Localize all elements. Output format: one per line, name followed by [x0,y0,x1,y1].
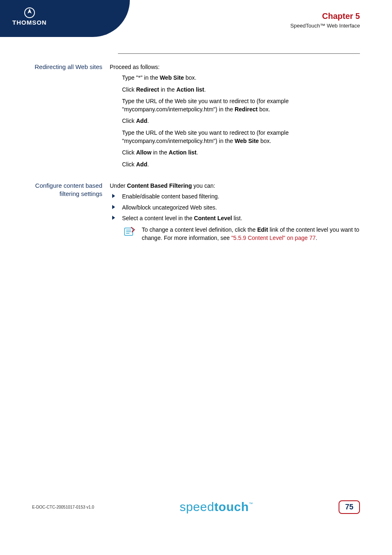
content-level-link[interactable]: "5.5.9 Content Level" on page 77 [231,235,316,241]
bullet-2: Allow/block uncategorized Web sites. [110,203,360,212]
intro-text: Proceed as follows: [110,63,360,71]
cbf-bullets: Enable/disable content based filtering. … [110,192,360,222]
redirect-steps: Type "*" in the Web Site box. Click Redi… [110,74,360,168]
page-content: Redirecting all Web sites Proceed as fol… [0,53,392,252]
side-label-redirecting: Redirecting all Web sites [34,63,110,172]
step-4: Click Add. [122,117,360,125]
section-rule [118,53,360,54]
triangle-bullet-icon [112,194,115,198]
page-number: 75 [339,500,360,514]
chapter-title: Chapter 5 [290,12,360,21]
step-7: Click Add. [122,160,360,168]
speedtouch-logo: speedtouch™ [180,500,253,514]
cbf-intro: Under Content Based Filtering you can: [110,182,360,190]
section-content-filtering: Configure content based filtering settin… [34,182,360,242]
step-1: Type "*" in the Web Site box. [122,74,360,82]
page-header: THOMSON Chapter 5 SpeedTouch™ Web Interf… [0,0,392,37]
triangle-bullet-icon [112,216,115,220]
step-3: Type the URL of the Web site you want to… [122,97,360,114]
note-row: To change a content level definition, cl… [110,226,360,242]
note-icon [124,226,135,236]
thomson-logo-icon [24,7,35,18]
section-redirecting: Redirecting all Web sites Proceed as fol… [34,63,360,172]
note-text: To change a content level definition, cl… [142,226,360,242]
header-right: Chapter 5 SpeedTouch™ Web Interface [290,12,360,29]
bullet-3: Select a content level in the Content Le… [110,214,360,222]
bullet-1: Enable/disable content based filtering. [110,192,360,200]
chapter-subtitle: SpeedTouch™ Web Interface [290,23,360,29]
step-5: Type the URL of the Web site you want to… [122,129,360,145]
side-label-content-filtering: Configure content based filtering settin… [34,182,110,242]
triangle-bullet-icon [112,205,115,209]
step-6: Click Allow in the Action list. [122,148,360,157]
brand-logo: THOMSON [12,7,47,26]
doc-code: E-DOC-CTC-20051017-0153 v1.0 [32,505,94,509]
page-footer: E-DOC-CTC-20051017-0153 v1.0 speedtouch™… [32,500,360,514]
step-2: Click Redirect in the Action list. [122,85,360,94]
body-redirecting: Proceed as follows: Type "*" in the Web … [110,63,360,172]
brand-name: THOMSON [12,19,47,26]
body-content-filtering: Under Content Based Filtering you can: E… [110,182,360,242]
